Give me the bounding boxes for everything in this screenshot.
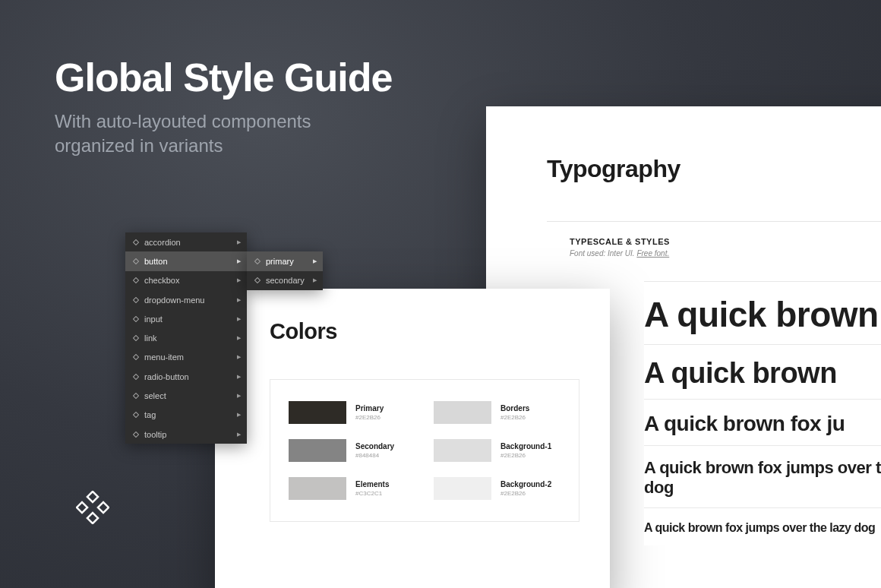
component-icon	[133, 412, 139, 418]
swatch-hex: #2E2B26	[500, 452, 551, 459]
component-icon	[133, 239, 139, 245]
swatch-hex: #C3C2C1	[355, 490, 389, 497]
menu-item-label: select	[144, 391, 232, 400]
component-icon	[254, 258, 261, 264]
svg-rect-12	[133, 393, 138, 398]
chevron-right-icon: ▶	[237, 412, 241, 418]
menu-item-link[interactable]: link▶	[125, 328, 247, 347]
color-swatch-background-2: Background-2#2E2B26	[434, 477, 560, 500]
color-swatch-background-1: Background-1#2E2B26	[434, 439, 560, 462]
chevron-right-icon: ▶	[313, 258, 317, 264]
free-font-link[interactable]: Free font.	[636, 249, 669, 258]
color-swatch-elements: Elements#C3C2C1	[289, 477, 415, 500]
chevron-right-icon: ▶	[237, 277, 241, 283]
svg-rect-8	[133, 316, 138, 321]
svg-rect-10	[133, 355, 138, 360]
chevron-right-icon: ▶	[237, 374, 241, 380]
chevron-right-icon: ▶	[237, 316, 241, 322]
color-chip	[434, 477, 491, 500]
menu-item-label: tooltip	[144, 430, 232, 439]
swatch-info: Background-2#2E2B26	[500, 480, 551, 497]
component-icon	[133, 297, 139, 303]
submenu-item-label: primary	[266, 257, 308, 266]
chevron-right-icon: ▶	[237, 239, 241, 245]
logo-mark	[76, 491, 109, 527]
component-icon	[133, 277, 139, 283]
svg-rect-5	[133, 258, 138, 264]
menu-item-checkbox[interactable]: checkbox▶	[125, 271, 247, 290]
component-icon	[133, 354, 139, 360]
swatch-info: Primary#2E2B26	[355, 404, 384, 421]
chevron-right-icon: ▶	[237, 335, 241, 341]
swatch-name: Borders	[500, 404, 529, 413]
chevron-right-icon: ▶	[237, 354, 241, 360]
menu-item-label: tag	[144, 410, 232, 419]
swatch-name: Primary	[355, 404, 384, 413]
menu-item-accordion[interactable]: accordion▶	[125, 232, 247, 251]
swatch-info: Borders#2E2B26	[500, 404, 529, 421]
svg-rect-0	[87, 492, 98, 502]
menu-item-label: accordion	[144, 238, 232, 247]
submenu-item-label: secondary	[266, 276, 308, 285]
chevron-right-icon: ▶	[237, 258, 241, 264]
svg-rect-3	[98, 502, 109, 513]
component-menu: accordion▶button▶checkbox▶dropdown-menu▶…	[125, 232, 323, 444]
chevron-right-icon: ▶	[237, 297, 241, 303]
component-icon	[133, 258, 139, 264]
menu-item-label: menu-item	[144, 352, 232, 362]
menu-item-label: checkbox	[144, 276, 232, 285]
submenu-item-primary[interactable]: primary▶	[247, 251, 323, 270]
color-swatch-borders: Borders#2E2B26	[434, 401, 560, 424]
menu-item-select[interactable]: select▶	[125, 386, 247, 405]
submenu-item-secondary[interactable]: secondary▶	[247, 271, 323, 290]
swatch-name: Background-1	[500, 442, 551, 450]
typography-meta: TYPESCALE & STYLES Font used: Inter UI. …	[547, 221, 881, 258]
menu-item-tooltip[interactable]: tooltip▶	[125, 425, 247, 444]
svg-rect-16	[254, 278, 260, 283]
menu-item-menu-item[interactable]: menu-item▶	[125, 348, 247, 367]
svg-rect-13	[133, 413, 138, 418]
svg-rect-14	[133, 432, 138, 437]
menu-item-input[interactable]: input▶	[125, 309, 247, 328]
svg-rect-9	[133, 336, 138, 341]
component-icon	[133, 316, 139, 322]
svg-rect-15	[254, 258, 260, 264]
component-icon	[133, 432, 139, 438]
type-sample-1: A quick brown	[644, 281, 881, 344]
svg-rect-7	[133, 297, 138, 302]
swatch-hex: #2E2B26	[355, 414, 384, 421]
component-icon	[133, 335, 139, 341]
menu-submenu-column: primary▶secondary▶	[247, 251, 323, 290]
menu-item-tag[interactable]: tag▶	[125, 406, 247, 425]
type-sample-5: A quick brown fox jumps over the lazy do…	[644, 507, 881, 545]
font-note: Font used: Inter UI. Free font.	[570, 249, 881, 258]
swatch-hex: #2E2B26	[500, 490, 551, 497]
typography-heading: Typography	[547, 155, 881, 183]
type-sample-3: A quick brown fox ju	[644, 399, 881, 445]
svg-rect-1	[87, 513, 98, 523]
menu-item-radio-button[interactable]: radio-button▶	[125, 367, 247, 386]
menu-item-label: dropdown-menu	[144, 296, 232, 305]
component-icon	[133, 374, 139, 380]
page-title: Global Style Guide	[55, 55, 392, 100]
swatch-info: Background-1#2E2B26	[500, 442, 551, 459]
color-chip	[289, 477, 346, 500]
color-chip	[434, 439, 491, 462]
svg-rect-6	[133, 278, 138, 283]
swatch-info: Secondary#848484	[355, 442, 394, 459]
menu-item-button[interactable]: button▶	[125, 251, 247, 270]
swatch-name: Secondary	[355, 442, 394, 450]
svg-rect-2	[77, 502, 87, 513]
menu-item-dropdown-menu[interactable]: dropdown-menu▶	[125, 290, 247, 309]
menu-item-label: button	[144, 257, 232, 266]
menu-item-label: input	[144, 315, 232, 324]
font-note-text: Font used: Inter UI.	[570, 249, 635, 258]
component-icon	[254, 277, 261, 283]
type-sample-4: A quick brown fox jumps over the lazy do…	[644, 445, 881, 507]
type-samples: A quick brown A quick brown A quick brow…	[644, 281, 881, 545]
typescale-label: TYPESCALE & STYLES	[570, 237, 881, 246]
color-chip	[434, 401, 491, 424]
chevron-right-icon: ▶	[237, 432, 241, 438]
page-header: Global Style Guide With auto-layouted co…	[55, 55, 392, 159]
svg-rect-11	[133, 374, 138, 379]
